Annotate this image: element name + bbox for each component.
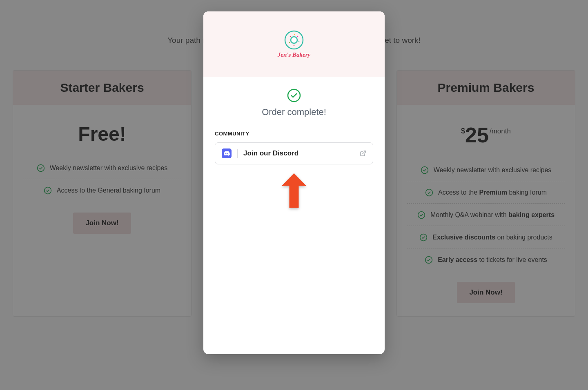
order-complete-text: Order complete! [215, 107, 373, 117]
arrow-up-icon [281, 172, 307, 209]
svg-point-11 [298, 40, 300, 42]
community-section-label: COMMUNITY [215, 131, 373, 137]
modal-body: Order complete! COMMUNITY Join our Disco… [203, 77, 385, 209]
svg-point-14 [294, 45, 295, 46]
community-link-text: Join our Discord [243, 149, 360, 157]
join-discord-link[interactable]: Join our Discord [215, 142, 373, 164]
discord-icon [222, 148, 232, 158]
brand-name: Jen's Bakery [278, 51, 310, 58]
modal-header: Jen's Bakery [203, 11, 385, 77]
external-link-icon [360, 150, 366, 157]
modal-overlay[interactable]: Jen's Bakery Order complete! COMMUNITY J… [0, 0, 588, 390]
svg-point-9 [290, 36, 291, 37]
order-complete-modal: Jen's Bakery Order complete! COMMUNITY J… [203, 11, 385, 354]
svg-point-8 [291, 37, 297, 43]
svg-point-12 [289, 42, 290, 43]
brand-logo-icon [284, 30, 304, 50]
svg-point-13 [294, 33, 295, 35]
success-check-icon [287, 88, 301, 103]
divider [237, 149, 238, 158]
svg-point-10 [297, 35, 298, 37]
svg-line-16 [363, 151, 365, 154]
arrow-up-annotation [215, 172, 373, 209]
